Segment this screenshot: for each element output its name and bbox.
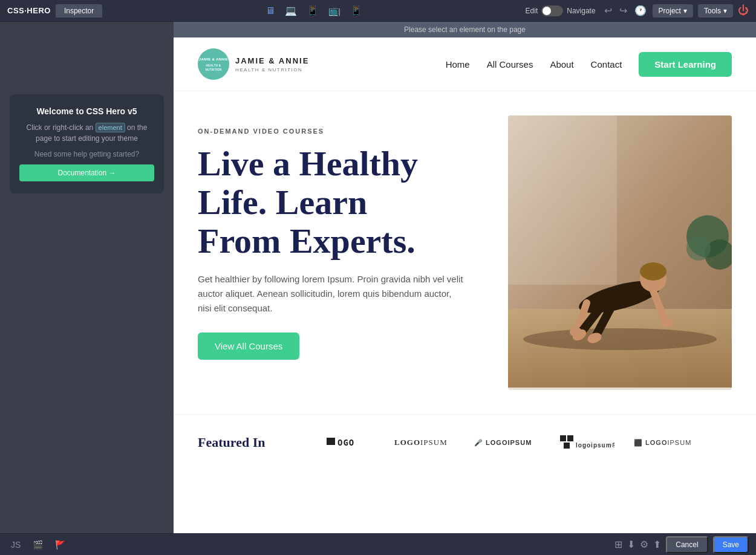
hero-image: [508, 115, 732, 390]
canvas-hint: Please select an element on the page: [174, 22, 756, 37]
svg-rect-27: [567, 435, 573, 441]
site-nav-links: Home All Courses About Contact Start Lea…: [446, 52, 732, 77]
project-button[interactable]: Project ▾: [653, 4, 693, 18]
edit-nav-toggle: Edit Navigate: [526, 5, 596, 16]
canvas-area: Please select an element on the page JAM…: [174, 22, 756, 533]
view-courses-button[interactable]: View All Courses: [198, 333, 299, 360]
laptop-icon[interactable]: 💻: [285, 5, 297, 16]
mobile-icon[interactable]: 📱: [350, 5, 362, 16]
nav-all-courses[interactable]: All Courses: [487, 59, 533, 70]
hero-title-line3: From Experts.: [198, 221, 415, 261]
svg-point-17: [661, 318, 673, 328]
left-sidebar: Welcome to CSS Hero v5 Click or right-cl…: [0, 22, 174, 533]
hero-description: Get healthier by following lorem Ipsum. …: [198, 272, 464, 316]
flag-icon[interactable]: 🚩: [51, 539, 69, 551]
logo-4: logoipsum®: [560, 433, 614, 452]
logo-2: LOGOIPSUM: [394, 433, 455, 452]
svg-text:logoipsum®: logoipsum®: [576, 442, 614, 449]
svg-point-7: [523, 328, 717, 350]
undo-icon[interactable]: ↩: [603, 4, 613, 18]
svg-text:⬛ LOGOIPSUM: ⬛ LOGOIPSUM: [634, 438, 691, 447]
tools-button[interactable]: Tools ▾: [698, 4, 733, 18]
inspector-tab[interactable]: Inspector: [56, 4, 102, 18]
logo-5: ⬛ LOGOIPSUM: [634, 433, 700, 452]
video-icon[interactable]: 🎬: [29, 539, 47, 551]
nav-home[interactable]: Home: [446, 59, 470, 70]
svg-point-21: [686, 236, 711, 261]
top-bar: CSS·HERO Inspector 🖥 💻 📱 📺 📱 Edit Naviga…: [0, 0, 756, 22]
hero-illustration: [508, 115, 732, 388]
hero-title-line1: Live a Healthy: [198, 144, 418, 183]
tv-icon[interactable]: 📺: [328, 5, 341, 16]
svg-text:OGO: OGO: [337, 438, 354, 447]
top-bar-left: CSS·HERO Inspector: [7, 4, 102, 18]
bottom-bar: JS 🎬 🚩 ⊞ ⬇ ⚙ ⬆ Cancel Save: [0, 533, 756, 555]
grid-icon[interactable]: ⊞: [614, 539, 622, 550]
logo-circle: JAMIE & ANNIE HEALTH & NUTRITION: [198, 48, 229, 80]
svg-rect-28: [564, 443, 570, 449]
share-icon[interactable]: ⬆: [653, 539, 661, 550]
start-learning-button[interactable]: Start Learning: [639, 52, 732, 77]
toggle-knob: [543, 7, 551, 15]
svg-rect-22: [327, 438, 335, 445]
svg-text:NUTRITION: NUTRITION: [205, 68, 221, 71]
hero-label: ON-DEMAND VIDEO COURSES: [198, 128, 484, 135]
tablet-icon[interactable]: 📱: [307, 5, 319, 16]
site-nav: JAMIE & ANNIE HEALTH & NUTRITION JAMIE &…: [174, 37, 756, 91]
nav-contact[interactable]: Contact: [591, 59, 622, 70]
css-hero-logo: CSS·HERO: [7, 6, 51, 15]
welcome-body-text1: Click or right-click an: [27, 123, 94, 132]
svg-text:JAMIE & ANNIE: JAMIE & ANNIE: [199, 57, 228, 61]
hero-section: ON-DEMAND VIDEO COURSES Live a Healthy L…: [174, 91, 756, 414]
settings-icon[interactable]: ⚙: [640, 539, 648, 550]
power-icon[interactable]: ⏻: [738, 4, 749, 17]
download-icon[interactable]: ⬇: [627, 539, 635, 550]
edit-label: Edit: [526, 7, 538, 15]
hero-title-line2: Life. Learn: [198, 183, 367, 222]
js-icon[interactable]: JS: [7, 539, 24, 551]
bottom-right: ⊞ ⬇ ⚙ ⬆ Cancel Save: [614, 536, 749, 553]
svg-point-10: [640, 262, 666, 281]
svg-point-18: [570, 327, 582, 337]
desktop-icon[interactable]: 🖥: [266, 5, 275, 16]
top-bar-right: Edit Navigate ↩ ↪ 🕐 Project ▾ Tools ▾ ⏻: [526, 4, 749, 18]
hero-content: ON-DEMAND VIDEO COURSES Live a Healthy L…: [198, 115, 484, 390]
bottom-left: JS 🎬 🚩: [7, 539, 69, 551]
cancel-button[interactable]: Cancel: [666, 536, 708, 553]
logo-text-block: JAMIE & ANNIE HEALTH & NUTRITION: [235, 56, 309, 72]
featured-label: Featured In: [198, 435, 270, 450]
logo-name: JAMIE & ANNIE: [235, 56, 309, 67]
svg-text:HEALTH &: HEALTH &: [206, 64, 221, 67]
element-tag: element: [96, 123, 125, 132]
history-icon[interactable]: 🕐: [633, 4, 648, 18]
welcome-help: Need some help getting started?: [19, 150, 154, 158]
welcome-title: Welcome to CSS Hero v5: [19, 106, 154, 116]
redo-icon[interactable]: ↪: [618, 4, 628, 18]
site-logo: JAMIE & ANNIE HEALTH & NUTRITION JAMIE &…: [198, 48, 309, 80]
svg-text:LOGOIPSUM: LOGOIPSUM: [394, 438, 448, 447]
featured-section: Featured In OGO LOGOIPSUM: [174, 414, 756, 470]
logo-row: OGO LOGOIPSUM 🎤 LOGOIPSUM: [295, 433, 732, 452]
welcome-card: Welcome to CSS Hero v5 Click or right-cl…: [10, 94, 164, 193]
svg-text:🎤 LOGOIPSUM: 🎤 LOGOIPSUM: [474, 438, 532, 447]
logo-1: OGO: [327, 433, 375, 452]
tools-label: Tools: [704, 7, 721, 15]
device-switcher: 🖥 💻 📱 📺 📱: [266, 5, 362, 16]
website-frame: JAMIE & ANNIE HEALTH & NUTRITION JAMIE &…: [174, 37, 756, 533]
navigate-label: Navigate: [567, 7, 595, 15]
svg-rect-6: [508, 115, 617, 285]
project-label: Project: [659, 7, 681, 15]
logo-sub: HEALTH & NUTRITION: [235, 67, 309, 73]
edit-toggle[interactable]: [541, 5, 563, 16]
tools-chevron: ▾: [723, 7, 727, 15]
main-layout: Welcome to CSS Hero v5 Click or right-cl…: [0, 22, 756, 533]
svg-rect-26: [560, 435, 566, 441]
documentation-button[interactable]: Documentation →: [19, 164, 154, 181]
nav-about[interactable]: About: [550, 59, 573, 70]
save-button[interactable]: Save: [713, 536, 749, 553]
top-bar-actions: ↩ ↪ 🕐 Project ▾ Tools ▾ ⏻: [603, 4, 749, 18]
logo-3: 🎤 LOGOIPSUM: [474, 433, 541, 452]
hero-title: Live a Healthy Life. Learn From Experts.: [198, 144, 484, 260]
project-chevron: ▾: [683, 7, 687, 15]
welcome-body: Click or right-click an element on the p…: [19, 122, 154, 144]
